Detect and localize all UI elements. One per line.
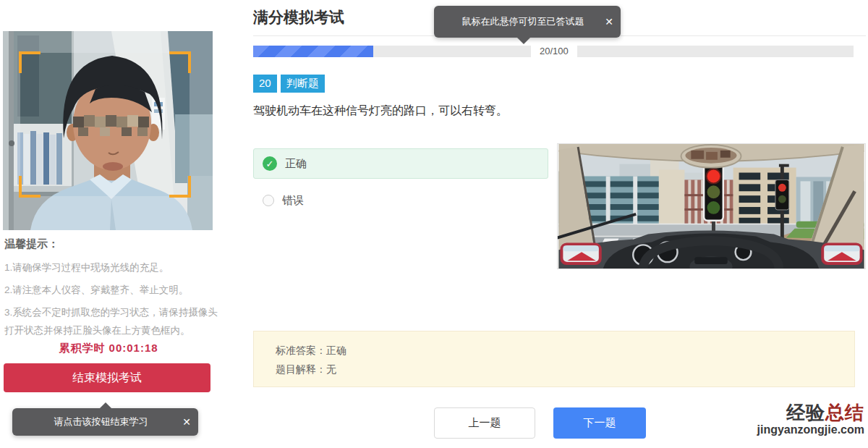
progress-fill: [253, 46, 373, 57]
previous-question-button[interactable]: 上一题: [434, 407, 535, 439]
tips-title: 温馨提示：: [4, 237, 223, 251]
tooltip-arrow-down: [516, 37, 531, 44]
check-icon: ✓: [263, 156, 277, 171]
progress-bar[interactable]: 20/100: [253, 46, 854, 57]
tooltip-text: 鼠标在此悬停可切至已答试题: [434, 15, 621, 28]
watermark-brand: 经验总结: [757, 402, 864, 423]
watermark-brand-black: 经验: [786, 402, 825, 423]
option-wrong[interactable]: 错误: [253, 190, 548, 211]
tip-line-1: 1.请确保学习过程中现场光线的充足。: [4, 258, 223, 276]
webcam-feed: [3, 31, 213, 230]
watermark: 经验总结 jingyanzongjie.com: [757, 402, 864, 436]
end-exam-button[interactable]: 结束模拟考试: [4, 363, 210, 392]
tooltip-text: 请点击该按钮结束学习: [12, 415, 198, 428]
sidebar: 温馨提示： 1.请确保学习过程中现场光线的充足。 2.请注意本人仪容、穿戴整齐、…: [0, 0, 231, 448]
warm-tips: 温馨提示： 1.请确保学习过程中现场光线的充足。 2.请注意本人仪容、穿戴整齐、…: [4, 237, 223, 344]
tooltip-arrow-up: [99, 402, 112, 409]
timer-label: 累积学时: [59, 342, 105, 354]
question-type-badge: 判断题: [281, 75, 325, 93]
watermark-brand-red: 总结: [825, 402, 864, 423]
question-explanation: 题目解释：无: [276, 360, 854, 379]
progress-label: 20/100: [531, 44, 577, 59]
study-timer: 累积学时 00:01:18: [0, 342, 217, 355]
answer-explanation-box: 标准答案：正确 题目解释：无: [253, 331, 855, 387]
question-image: [557, 143, 866, 269]
webcam-photo: [3, 31, 213, 230]
option-label: 正确: [285, 157, 307, 171]
watermark-domain: jingyanzongjie.com: [757, 423, 864, 436]
end-exam-tooltip: 请点击该按钮结束学习 ✕: [12, 408, 198, 436]
close-icon[interactable]: ✕: [605, 16, 613, 28]
tip-line-3: 3.系统会不定时抓取您的学习状态，请保持摄像头打开状态并保持正脸头像在上方黄色框…: [4, 303, 223, 339]
answer-options: ✓ 正确 错误: [253, 148, 548, 211]
question-badges: 20 判断题: [253, 75, 325, 93]
next-question-button[interactable]: 下一题: [553, 407, 646, 439]
timer-value: 00:01:18: [109, 342, 158, 354]
option-correct[interactable]: ✓ 正确: [253, 148, 548, 179]
intersection-illustration: [558, 144, 865, 269]
option-label: 错误: [282, 194, 304, 208]
standard-answer: 标准答案：正确: [276, 341, 854, 360]
question-text: 驾驶机动车在这种信号灯亮的路口，可以右转弯。: [253, 103, 508, 119]
tip-line-2: 2.请注意本人仪容、穿戴整齐、举止文明。: [4, 281, 223, 299]
page-title: 满分模拟考试: [253, 7, 344, 28]
exam-page: 温馨提示： 1.请确保学习过程中现场光线的充足。 2.请注意本人仪容、穿戴整齐、…: [0, 0, 868, 448]
close-icon[interactable]: ✕: [182, 416, 191, 428]
question-number-badge: 20: [253, 75, 277, 93]
radio-icon: [263, 195, 274, 206]
progress-tooltip: 鼠标在此悬停可切至已答试题 ✕: [434, 6, 621, 38]
